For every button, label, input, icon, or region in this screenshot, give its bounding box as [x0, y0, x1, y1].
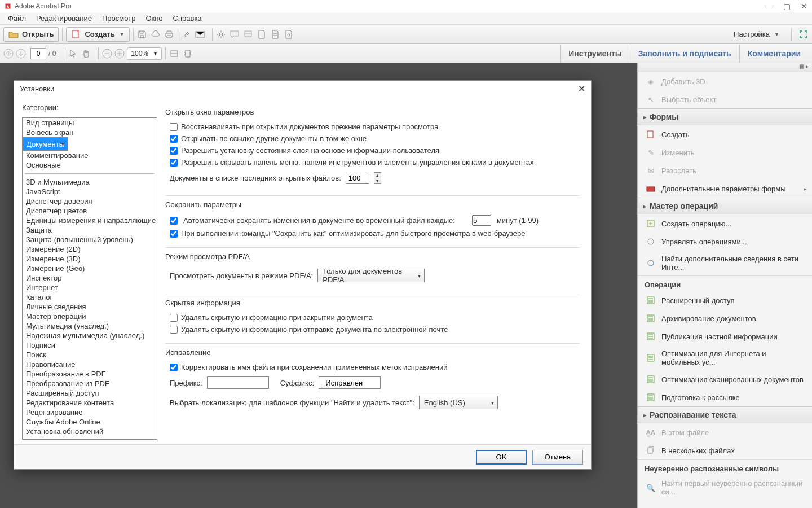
menu-help[interactable]: Справка	[169, 13, 206, 24]
panel-header-forms[interactable]: Формы	[638, 108, 812, 125]
doc3-icon[interactable]	[284, 29, 294, 40]
customize-button[interactable]: Настройка ▼	[729, 28, 784, 41]
op-item[interactable]: Архивирование документов	[638, 309, 812, 327]
category-item[interactable]: Службы Adobe Online	[23, 417, 157, 427]
tab-comments[interactable]: Комментарии	[739, 45, 809, 63]
minimize-button[interactable]: —	[765, 2, 773, 11]
cb-restore-view[interactable]: Восстанавливать при открытии документов …	[165, 121, 580, 133]
open-button[interactable]: Открыть	[3, 27, 59, 42]
panel-header-ocr[interactable]: Распознавание текста	[638, 406, 812, 423]
category-item[interactable]: Установка обновлений	[23, 427, 157, 436]
forms-extra[interactable]: Дополнительные параметры формы	[638, 179, 812, 198]
categories-list[interactable]: Вид страницыВо весь экранДокументыКоммен…	[22, 117, 157, 440]
cancel-button[interactable]: Отмена	[532, 450, 583, 465]
wiz-find[interactable]: Найти дополнительные сведения в сети Инт…	[638, 251, 812, 275]
cb-allow-hide-menus[interactable]: Разрешить скрывать панель меню, панели и…	[165, 156, 580, 168]
cb-remove-on-close[interactable]: Удалять скрытую информацию при закрытии …	[165, 312, 580, 323]
zoom-out-icon[interactable]	[102, 49, 112, 59]
category-item[interactable]: Мультимедиа (унаслед.)	[23, 321, 157, 331]
category-item[interactable]: Единицы измерения и направляющие	[23, 216, 157, 225]
fit-width-icon[interactable]	[169, 49, 179, 59]
menu-file[interactable]: Файл	[3, 13, 30, 24]
category-item[interactable]: Преобразование из PDF	[23, 379, 157, 388]
page-input[interactable]	[30, 48, 46, 59]
maximize-button[interactable]: ▢	[783, 2, 791, 11]
mail-icon[interactable]	[195, 29, 205, 40]
category-item[interactable]: Во весь экран	[23, 128, 157, 137]
close-button[interactable]: ✕	[801, 2, 807, 11]
category-item[interactable]: Каталог	[23, 292, 157, 302]
tab-tools[interactable]: Инструменты	[560, 45, 630, 63]
menu-edit[interactable]: Редактирование	[32, 13, 96, 24]
wiz-create[interactable]: Создать операцию...	[638, 214, 812, 233]
cb-adjust-filename[interactable]: Корректировать имя файла при сохранении …	[165, 361, 580, 373]
create-button[interactable]: Создать ▼	[66, 27, 129, 42]
save-icon[interactable]	[137, 29, 147, 40]
category-item[interactable]: Мастер операций	[23, 312, 157, 321]
category-item[interactable]: Диспетчер доверия	[23, 196, 157, 206]
recent-spinner[interactable]: ▲▼	[374, 172, 381, 184]
category-item[interactable]: Основные	[23, 160, 157, 170]
category-item[interactable]: Измерение (3D)	[23, 254, 157, 264]
category-item[interactable]: Интернет	[23, 283, 157, 292]
doc2-icon[interactable]	[270, 29, 280, 40]
menu-view[interactable]: Просмотр	[98, 13, 140, 24]
zoom-select[interactable]: 100%▼	[127, 47, 162, 60]
category-item[interactable]: Документы	[23, 137, 68, 151]
menu-window[interactable]: Окно	[141, 13, 167, 24]
op-item[interactable]: Расширенный доступ	[638, 291, 812, 309]
category-item[interactable]: Диспетчер цветов	[23, 206, 157, 216]
panel-grip[interactable]: ▦ ▸	[638, 63, 812, 72]
cloud-icon[interactable]	[151, 29, 161, 40]
hand-icon[interactable]	[81, 49, 91, 59]
cb-autosave[interactable]	[170, 217, 178, 225]
cb-open-same-window[interactable]: Открывать по ссылке другие документы в т…	[165, 133, 580, 144]
op-item[interactable]: Публикация частной информации	[638, 327, 812, 345]
category-item[interactable]: Подписи	[23, 340, 157, 350]
category-item[interactable]: Инспектор	[23, 273, 157, 283]
fit-page-icon[interactable]	[183, 49, 193, 59]
category-item[interactable]: Комментирование	[23, 151, 157, 160]
dialog-close-button[interactable]: ✕	[578, 84, 585, 94]
cursor-icon[interactable]	[68, 49, 78, 59]
category-item[interactable]: Надежная мультимедиа (унаслед.)	[23, 331, 157, 340]
autosave-minutes[interactable]	[472, 215, 491, 226]
category-item[interactable]: 3D и Мультимедиа	[23, 177, 157, 187]
recent-input[interactable]	[346, 172, 369, 184]
expand-icon[interactable]	[798, 29, 809, 40]
category-item[interactable]: Измерение (2D)	[23, 244, 157, 254]
forms-create[interactable]: Создать	[638, 125, 812, 143]
category-item[interactable]: Рецензирование	[23, 408, 157, 417]
gear-icon[interactable]	[216, 29, 226, 40]
suffix-input[interactable]	[319, 376, 381, 389]
prefix-input[interactable]	[207, 376, 269, 389]
category-item[interactable]: Личные сведения	[23, 302, 157, 312]
doc1-icon[interactable]	[257, 29, 267, 40]
cb-remove-on-email[interactable]: Удалять скрытую информацию при отправке …	[165, 323, 580, 335]
category-item[interactable]: JavaScript	[23, 187, 157, 196]
cb-layer-state[interactable]: Разрешить установку состояния слоя на ос…	[165, 144, 580, 156]
edit-icon[interactable]	[182, 29, 192, 40]
locale-select[interactable]: English (US)	[419, 396, 498, 409]
next-page-icon[interactable]	[16, 49, 26, 59]
category-item[interactable]: Правописание	[23, 360, 157, 369]
category-item[interactable]: Защита	[23, 225, 157, 235]
pdfa-select[interactable]: Только для документов PDF/A	[317, 269, 425, 282]
category-item[interactable]: Защита (повышенный уровень)	[23, 235, 157, 244]
comment-icon[interactable]	[230, 29, 240, 40]
tab-fill-sign[interactable]: Заполнить и подписать	[630, 45, 739, 63]
stamp-icon[interactable]	[243, 29, 253, 40]
category-item[interactable]: Редактирование контента	[23, 398, 157, 408]
op-item[interactable]: Оптимизация сканированных документов	[638, 370, 812, 388]
cb-saveas-optimize[interactable]: При выполнении команды "Сохранить как" о…	[165, 227, 580, 239]
category-item[interactable]: Поиск	[23, 350, 157, 360]
panel-header-wizard[interactable]: Мастер операций	[638, 198, 812, 214]
prev-page-icon[interactable]	[3, 49, 14, 59]
category-item[interactable]: Расширенный доступ	[23, 388, 157, 398]
wiz-manage[interactable]: Управлять операциями...	[638, 233, 812, 251]
category-item[interactable]: Вид страницы	[23, 118, 157, 128]
op-item[interactable]: Оптимизация для Интернета и мобильных ус…	[638, 345, 812, 370]
category-item[interactable]: Измерение (Geo)	[23, 264, 157, 273]
print-icon[interactable]	[164, 29, 174, 40]
zoom-in-icon[interactable]	[114, 49, 125, 59]
